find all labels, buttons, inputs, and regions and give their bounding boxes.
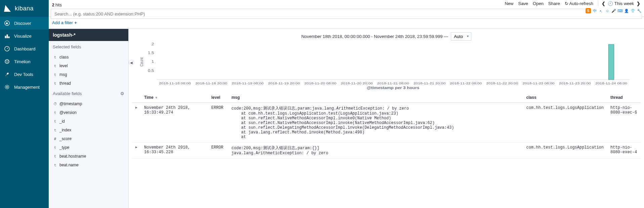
search-input[interactable]: [51, 9, 642, 19]
cell-time: November 24th 2018, 16:33:49.274: [141, 103, 208, 142]
nav-devtools[interactable]: Dev Tools: [0, 68, 49, 81]
save-button[interactable]: Save: [518, 1, 528, 6]
field-item[interactable]: tlevel: [49, 61, 128, 70]
interval-select[interactable]: Auto: [451, 32, 471, 41]
ime-lang-icon[interactable]: 中: [592, 8, 597, 13]
nav-timelion[interactable]: Timelion: [0, 55, 49, 68]
svg-point-8: [5, 59, 9, 64]
field-type-icon: t: [53, 64, 57, 68]
field-type-icon: t: [53, 154, 57, 159]
time-next-button[interactable]: ❯: [636, 1, 641, 6]
nav-label: Timelion: [14, 59, 31, 64]
svg-text:2018-11-19 20:00: 2018-11-19 20:00: [268, 82, 300, 85]
ime-tool-icon[interactable]: 🔧: [637, 8, 642, 13]
field-type-icon: t: [53, 119, 57, 124]
face-icon: [4, 58, 10, 65]
svg-text:@timestamp per 3 hours: @timestamp per 3 hours: [367, 86, 420, 90]
col-thread[interactable]: thread: [607, 92, 641, 103]
field-type-icon: t: [53, 81, 57, 86]
fields-panel: logstash-* Selected fields tclasstlevelt…: [49, 29, 129, 208]
svg-line-7: [7, 48, 8, 49]
ime-user-icon[interactable]: 👤: [624, 8, 629, 13]
logo[interactable]: kibana: [0, 0, 49, 17]
svg-line-17: [8, 88, 9, 89]
svg-text:2018-11-22 08:00: 2018-11-22 08:00: [450, 82, 482, 85]
field-item[interactable]: tbeat.hostname: [49, 152, 128, 161]
field-name: class: [59, 55, 69, 59]
table-row: ▶November 24th 2018, 16:33:49.274ERRORco…: [132, 103, 641, 142]
nav-label: Dashboard: [14, 46, 36, 51]
expand-row-button[interactable]: ▶: [132, 142, 141, 159]
field-item[interactable]: t_index: [49, 126, 128, 134]
expand-row-button[interactable]: ▶: [132, 103, 141, 142]
new-button[interactable]: New: [505, 1, 513, 6]
col-time[interactable]: Time ▼: [141, 92, 208, 103]
col-msg[interactable]: msg: [228, 92, 523, 103]
fields-settings-icon[interactable]: ⚙: [120, 91, 124, 96]
svg-text:1.5: 1.5: [148, 51, 154, 55]
results-panel: November 18th 2018, 00:00:00.000 - Novem…: [129, 29, 644, 208]
svg-rect-39: [608, 44, 614, 80]
field-type-icon: #: [53, 137, 57, 141]
field-name: _score: [59, 136, 72, 141]
collapse-panel-button[interactable]: ◀: [129, 60, 134, 65]
histogram-chart[interactable]: 0.511.52Count2018-11-18 08:002018-11-18 …: [132, 43, 641, 90]
cell-msg: code:200,msg:测试录入错误日志,param:java.lang.Ar…: [228, 103, 523, 142]
brand-text: kibana: [15, 5, 34, 12]
ime-punct-icon[interactable]: •,: [598, 8, 604, 13]
field-item[interactable]: tthread: [49, 79, 128, 88]
field-item[interactable]: t@version: [49, 108, 128, 117]
svg-text:2018-11-18 20:00: 2018-11-18 20:00: [195, 82, 227, 85]
svg-text:0.5: 0.5: [148, 69, 154, 73]
results-table: Time ▼ level msg class thread ▶November …: [132, 92, 641, 159]
field-item[interactable]: t_id: [49, 117, 128, 126]
svg-point-10: [8, 61, 8, 61]
field-type-icon: ⏱: [53, 102, 57, 106]
field-item[interactable]: ⏱@timestamp: [49, 99, 128, 108]
svg-rect-4: [7, 35, 8, 38]
nav-dashboard[interactable]: Dashboard: [0, 42, 49, 55]
field-name: _type: [59, 145, 69, 150]
bar-chart-icon: [4, 33, 10, 39]
svg-text:2018-11-19 08:00: 2018-11-19 08:00: [232, 82, 264, 85]
svg-text:2018-11-21 20:00: 2018-11-21 20:00: [414, 82, 445, 85]
open-button[interactable]: Open: [533, 1, 544, 6]
refresh-icon: ↻: [565, 1, 569, 6]
available-fields-header: Available fields ⚙: [49, 88, 128, 99]
svg-rect-3: [5, 36, 6, 38]
ime-keyboard-icon[interactable]: ⌨: [617, 8, 623, 13]
compass-icon: [4, 20, 10, 26]
svg-text:2018-11-20 08:00: 2018-11-20 08:00: [304, 82, 336, 85]
cell-msg: code:200,msg:测试录入错误日志,param:{}] java.lan…: [228, 142, 523, 159]
nav-label: Visualize: [14, 34, 32, 39]
field-item[interactable]: tclass: [49, 53, 128, 61]
col-class[interactable]: class: [523, 92, 607, 103]
add-filter-button[interactable]: Add a filter+: [52, 20, 77, 25]
nav-management[interactable]: Management: [0, 81, 49, 93]
field-item[interactable]: t_type: [49, 143, 128, 152]
svg-text:1: 1: [152, 60, 154, 64]
field-item[interactable]: #_score: [49, 134, 128, 143]
svg-text:2: 2: [152, 43, 154, 46]
svg-text:2018-11-23 08:00: 2018-11-23 08:00: [522, 82, 554, 85]
autorefresh-button[interactable]: ↻ Auto-refresh: [565, 1, 593, 6]
ime-voice-icon[interactable]: 🎤: [611, 8, 616, 13]
field-item[interactable]: tmsg: [49, 70, 128, 79]
share-button[interactable]: Share: [548, 1, 560, 6]
nav-visualize[interactable]: Visualize: [0, 30, 49, 42]
ime-emoji-icon[interactable]: ☺: [605, 8, 610, 13]
plus-icon: +: [74, 20, 77, 25]
svg-line-19: [8, 85, 9, 86]
field-name: @version: [59, 110, 77, 115]
time-prev-button[interactable]: ❮: [601, 1, 606, 6]
nav-discover[interactable]: Discover: [0, 17, 49, 30]
field-type-icon: t: [53, 163, 57, 167]
time-range-button[interactable]: 🕘 This week: [608, 1, 634, 6]
ime-skin-icon[interactable]: 👕: [630, 8, 636, 13]
index-pattern-title[interactable]: logstash-*: [49, 29, 128, 41]
col-level[interactable]: level: [208, 92, 228, 103]
field-name: msg: [59, 72, 67, 77]
sogou-icon[interactable]: S: [586, 8, 591, 13]
field-item[interactable]: tbeat.name: [49, 161, 128, 169]
global-nav: kibana Discover Visualize Dashboard Time…: [0, 0, 49, 208]
